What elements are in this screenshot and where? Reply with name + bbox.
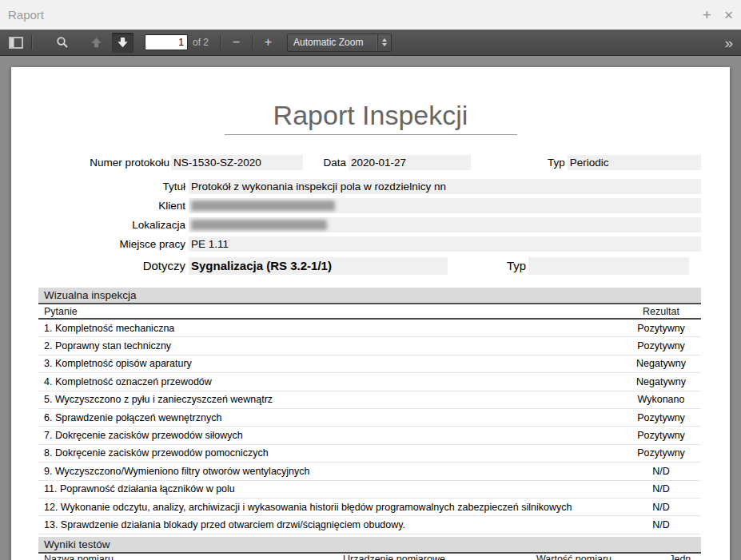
double-chevron-icon: » — [724, 34, 733, 51]
inspection-column-header: Pytanie Rezultat — [38, 304, 701, 320]
column-measurement-unit: Jedn. — [662, 554, 701, 560]
column-result: Rezultat — [621, 306, 701, 317]
pdf-viewer[interactable]: Raport Inspekcji Numer protokołu NS-1530… — [0, 56, 741, 560]
document-title-block: Raport Inspekcji — [11, 99, 730, 135]
column-measurement-name: Nazwa pomiaru — [38, 554, 302, 560]
table-row: 1. Kompletność mechaniczna Pozytywny — [38, 320, 701, 337]
result-cell: Negatywny — [621, 376, 701, 387]
concerns-value: Sygnalizacja (RS 3.2-1/1) — [189, 257, 448, 275]
question-cell: 6. Sprawdzenie połączeń wewnętrznych — [38, 412, 621, 423]
toolbar-separator — [31, 35, 32, 50]
section-test-results-title: Wyniki testów — [38, 538, 110, 550]
question-cell: 7. Dokręcenie zacisków przewodów siłowyc… — [38, 430, 621, 441]
window-titlebar: Raport + × — [0, 0, 741, 30]
minus-icon: − — [233, 36, 240, 49]
table-row: 13. Sprawdzenie działania blokady przed … — [38, 516, 701, 534]
table-row: 11. Poprawność działania łączników w pol… — [38, 481, 701, 498]
redacted-location-value — [191, 220, 327, 230]
secondary-toolbar-button[interactable]: » — [721, 35, 736, 50]
question-cell: 5. Wyczyszczono z pyłu i zanieczyszczeń … — [38, 394, 621, 405]
result-cell: Pozytywny — [621, 447, 701, 459]
table-row: 7. Dokręcenie zacisków przewodów siłowyc… — [38, 427, 701, 444]
page-number-input[interactable] — [145, 34, 188, 50]
question-cell: 4. Kompletność oznaczeń przewodów — [38, 376, 621, 387]
search-button[interactable] — [51, 33, 73, 53]
title-underline — [225, 134, 517, 135]
question-cell: 1. Kompletność mechaniczna — [38, 323, 621, 334]
question-cell: 2. Poprawny stan techniczny — [38, 340, 621, 351]
zoom-select-value: Automatic Zoom — [293, 37, 363, 48]
workplace-value: PE 1.11 — [189, 236, 701, 252]
redacted-client-value — [191, 201, 335, 211]
workplace-label: Miejsce pracy — [38, 236, 185, 252]
result-cell: Pozytywny — [621, 430, 701, 441]
type2-label: Typ — [507, 257, 526, 275]
arrow-up-icon — [90, 37, 102, 48]
question-cell: 9. Wyczyszczono/Wymieniono filtry otworó… — [38, 466, 621, 477]
sidebar-toggle-button[interactable] — [5, 33, 26, 53]
type2-value — [528, 257, 689, 275]
result-cell: Wykonano — [621, 394, 701, 405]
spinner-arrows-icon — [377, 34, 391, 51]
table-row: 12. Wykonanie odczytu, analizy, archiwiz… — [38, 498, 701, 516]
table-row: 9. Wyczyszczono/Wymieniono filtry otworó… — [38, 463, 701, 480]
search-icon — [56, 36, 69, 49]
protocol-label: Numer protokołu — [38, 155, 169, 170]
title-label: Tytuł — [38, 179, 185, 194]
location-value — [189, 217, 701, 232]
inspection-table: 1. Kompletność mechaniczna Pozytywny 2. … — [38, 320, 701, 534]
location-label: Lokalizacja — [38, 217, 185, 232]
field-row-client: Klient — [38, 198, 701, 213]
zoom-select[interactable]: Automatic Zoom — [287, 34, 392, 52]
column-measurement-value: Wartość pomiaru — [486, 554, 662, 560]
type-value: Periodic — [568, 155, 701, 170]
protocol-value: NS-1530-SZ-2020 — [171, 155, 302, 170]
document-title: Raport Inspekcji — [11, 99, 730, 131]
maximize-button[interactable]: + — [703, 7, 711, 22]
date-value: 2020-01-27 — [349, 155, 471, 170]
zoom-in-button[interactable]: + — [257, 33, 279, 53]
result-cell: N/D — [621, 483, 701, 494]
table-row: 3. Kompletność opisów aparatury Negatywn… — [38, 355, 701, 373]
toolbar-separator — [252, 35, 253, 50]
field-row-concerns: Dotyczy Sygnalizacja (RS 3.2-1/1) Typ — [38, 257, 701, 275]
result-cell: Pozytywny — [621, 323, 701, 334]
field-row-location: Lokalizacja — [38, 217, 701, 232]
result-cell: Negatywny — [621, 358, 701, 369]
table-row: 2. Poprawny stan techniczny Pozytywny — [38, 337, 701, 355]
arrow-down-icon — [117, 37, 129, 48]
plus-icon: + — [265, 36, 272, 49]
table-row: 6. Sprawdzenie połączeń wewnętrznych Poz… — [38, 409, 701, 427]
question-cell: 3. Kompletność opisów aparatury — [38, 358, 621, 369]
question-cell: 11. Poprawność działania łączników w pol… — [38, 483, 621, 494]
column-measurement-device: Urządzenie pomiarowe — [302, 554, 486, 560]
concerns-label: Dotyczy — [38, 257, 185, 275]
previous-page-button[interactable] — [86, 33, 107, 53]
result-cell: N/D — [621, 466, 701, 477]
field-row-workplace: Miejsce pracy PE 1.11 — [38, 236, 701, 252]
window-title: Raport — [8, 8, 44, 22]
result-cell: Pozytywny — [621, 340, 701, 351]
pdf-page: Raport Inspekcji Numer protokołu NS-1530… — [11, 67, 730, 560]
next-page-button[interactable] — [112, 33, 133, 53]
date-label: Data — [324, 155, 347, 170]
sidebar-icon — [9, 37, 23, 49]
table-row: 8. Dokręcenie zacisków przewodów pomocni… — [38, 445, 701, 463]
result-cell: Pozytywny — [621, 412, 701, 423]
type-label: Typ — [548, 155, 565, 170]
question-cell: 8. Dokręcenie zacisków przewodów pomocni… — [38, 447, 621, 459]
column-question: Pytanie — [38, 306, 621, 317]
title-value: Protokół z wykonania inspekcji pola w ro… — [189, 179, 701, 194]
field-row-title: Tytuł Protokół z wykonania inspekcji pol… — [38, 179, 701, 194]
table-row: 5. Wyczyszczono z pyłu i zanieczyszczeń … — [38, 391, 701, 409]
page-count-label: of 2 — [193, 37, 209, 48]
toolbar-separator — [220, 35, 221, 50]
zoom-out-button[interactable]: − — [225, 33, 247, 53]
client-label: Klient — [38, 198, 185, 213]
section-visual-inspection: Wizualna inspekcja — [38, 288, 701, 304]
section-visual-inspection-title: Wizualna inspekcja — [38, 289, 137, 301]
pdf-toolbar: of 2 − + Automatic Zoom » — [0, 30, 741, 56]
question-cell: 12. Wykonanie odczytu, analizy, archiwiz… — [38, 502, 621, 513]
result-cell: N/D — [621, 519, 701, 530]
close-button[interactable]: × — [724, 7, 733, 22]
